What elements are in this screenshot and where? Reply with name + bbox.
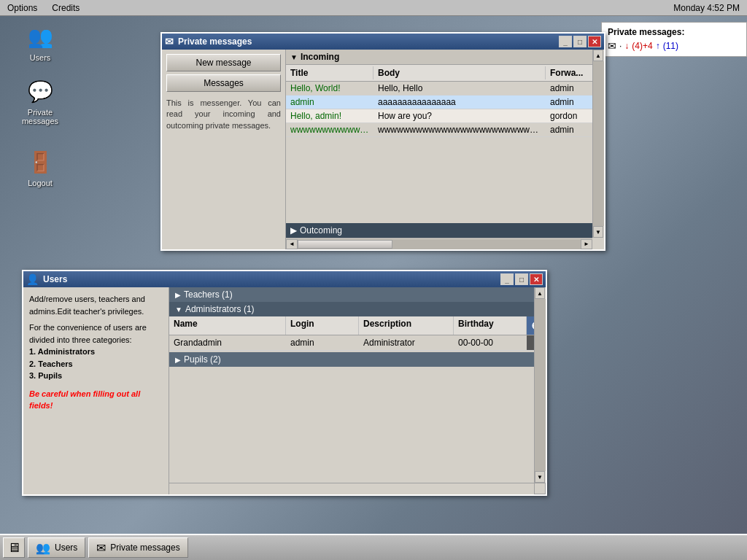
users-category-3: 3. Pupils bbox=[29, 370, 163, 382]
teachers-label: Teachers (1) bbox=[184, 289, 233, 300]
msg-body: How are you? bbox=[374, 109, 546, 122]
users-title-text: Users bbox=[43, 274, 500, 284]
users-categories-intro: For the convenience of users are divided… bbox=[29, 322, 163, 346]
pm-title-icon: ✉ bbox=[165, 36, 174, 47]
desktop-icon-users[interactable]: 👥 Users bbox=[15, 22, 66, 62]
new-message-button[interactable]: New message bbox=[166, 54, 281, 71]
user-birthday: 00-00-00 bbox=[454, 335, 527, 350]
msg-table-header: Title Body Forwa... bbox=[286, 65, 604, 82]
hscroll-thumb[interactable] bbox=[298, 240, 392, 249]
desktop-icon-logout[interactable]: 🚪 Logout bbox=[15, 147, 66, 187]
taskbar-users-label: Users bbox=[55, 542, 77, 553]
msg-title: admin bbox=[286, 96, 374, 109]
users-hscrollbar[interactable] bbox=[169, 483, 546, 494]
admins-label: Administrators (1) bbox=[185, 304, 255, 314]
user-login: admin bbox=[286, 335, 359, 350]
pm-main: ▼ Incoming Title Body Forwa... Hello, Wo… bbox=[286, 50, 604, 249]
outcoming-label: Outcoming bbox=[300, 225, 342, 236]
col-body: Body bbox=[374, 66, 546, 79]
users-vscroll-up[interactable]: ▲ bbox=[535, 287, 545, 299]
users-close-btn[interactable]: ✕ bbox=[530, 273, 543, 285]
users-icon: 👥 bbox=[26, 22, 55, 51]
users-vscroll-track bbox=[535, 299, 546, 471]
private-messages-icon: 💬 bbox=[26, 77, 55, 106]
menubar: Options Credits Monday 4:52 PM bbox=[0, 0, 747, 16]
users-titlebar[interactable]: 👤 Users _ □ ✕ bbox=[23, 271, 546, 287]
pm-panel-info: ✉ · ↓ (4)+4 ↑ (11) bbox=[608, 40, 740, 52]
msg-body: aaaaaaaaaaaaaaaa bbox=[374, 96, 546, 109]
users-category-1: 1. Administrators bbox=[29, 346, 163, 358]
pm-hscrollbar[interactable]: ◄ ► bbox=[286, 238, 592, 249]
users-title-icon: 👤 bbox=[26, 273, 39, 285]
menu-options[interactable]: Options bbox=[0, 1, 44, 15]
pm-sidebar: New message Messages This is messenger. … bbox=[162, 50, 286, 249]
taskbar-pm-btn[interactable]: ✉ Private messages bbox=[88, 537, 187, 558]
messages-button[interactable]: Messages bbox=[166, 74, 281, 92]
incoming-section-header[interactable]: ▼ Incoming bbox=[286, 50, 604, 65]
users-category-2: 2. Teachers bbox=[29, 358, 163, 370]
table-row[interactable]: admin aaaaaaaaaaaaaaaa admin bbox=[286, 96, 604, 109]
clock: Monday 4:52 PM bbox=[673, 3, 747, 13]
start-button[interactable]: 🖥 bbox=[3, 537, 25, 558]
envelope-icon: ✉ bbox=[608, 40, 616, 52]
users-minimize-btn[interactable]: _ bbox=[500, 273, 514, 285]
pm-notification-panel: Private messages: ✉ · ↓ (4)+4 ↑ (11) bbox=[601, 22, 747, 57]
pm-vscrollbar[interactable]: ▲ ▼ bbox=[592, 50, 604, 238]
users-vscrollbar[interactable]: ▲ ▼ bbox=[534, 287, 546, 483]
pm-content: New message Messages This is messenger. … bbox=[162, 50, 604, 249]
hscroll-left-btn[interactable]: ◄ bbox=[286, 239, 298, 249]
pm-maximize-btn[interactable]: □ bbox=[573, 36, 587, 47]
table-row[interactable]: wwwwwwwwwwwww wwwwwwwwwwwwwwwwwwwwwwwwww… bbox=[286, 123, 604, 137]
pupils-label: Pupils (2) bbox=[184, 354, 221, 365]
taskbar-pm-label: Private messages bbox=[110, 542, 179, 553]
users-scroll-corner bbox=[534, 483, 546, 494]
vscroll-up-btn[interactable]: ▲ bbox=[593, 50, 603, 61]
user-name: Grandadmin bbox=[169, 335, 286, 350]
col-login: Login bbox=[286, 316, 359, 335]
pm-titlebar[interactable]: ✉ Private messages _ □ ✕ bbox=[162, 34, 604, 50]
users-table-header: Name Login Description Birthday ⊕ bbox=[169, 316, 546, 335]
pupils-section-header[interactable]: ▶ Pupils (2) bbox=[169, 352, 546, 367]
desktop-icon-private-messages[interactable]: 💬 Privatemessages bbox=[15, 77, 66, 125]
vscroll-track bbox=[593, 61, 604, 226]
col-description: Description bbox=[359, 316, 454, 335]
pm-down-arrow: ↓ bbox=[624, 41, 629, 51]
taskbar: 🖥 👥 Users ✉ Private messages bbox=[0, 534, 747, 560]
table-row[interactable]: Grandadmin admin Administrator 00-00-00 … bbox=[169, 335, 546, 351]
users-content: Add/remove users, teachers and admins.Ed… bbox=[23, 287, 546, 494]
private-messages-label: Privatemessages bbox=[22, 108, 58, 125]
teachers-arrow: ▶ bbox=[175, 291, 181, 299]
users-maximize-btn[interactable]: □ bbox=[515, 273, 528, 285]
users-sidebar-text: Add/remove users, teachers and admins.Ed… bbox=[29, 293, 163, 317]
hscroll-track bbox=[298, 239, 581, 249]
col-title: Title bbox=[286, 66, 374, 79]
pm-panel-title: Private messages: bbox=[608, 27, 740, 37]
users-main: ▶ Teachers (1) ▼ Administrators (1) Name… bbox=[169, 287, 546, 494]
outcoming-section-header[interactable]: ▶ Outcoming bbox=[286, 223, 592, 238]
pm-window-controls: _ □ ✕ bbox=[559, 36, 601, 47]
taskbar-pm-icon: ✉ bbox=[96, 541, 106, 555]
users-sidebar: Add/remove users, teachers and admins.Ed… bbox=[23, 287, 169, 494]
table-row[interactable]: Hello, World! Hello, Hello admin bbox=[286, 82, 604, 96]
admins-section-header[interactable]: ▼ Administrators (1) bbox=[169, 302, 546, 316]
hscroll-right-btn[interactable]: ► bbox=[581, 239, 592, 249]
pm-minimize-btn[interactable]: _ bbox=[559, 36, 572, 47]
pm-count-up: (11) bbox=[663, 41, 678, 51]
vscroll-down-btn[interactable]: ▼ bbox=[593, 226, 603, 238]
pupils-arrow: ▶ bbox=[175, 356, 181, 364]
pm-sidebar-text: This is messenger. You can read your inc… bbox=[166, 98, 281, 131]
teachers-section-header[interactable]: ▶ Teachers (1) bbox=[169, 287, 546, 302]
msg-title: Hello, admin! bbox=[286, 109, 374, 122]
msg-body: Hello, Hello bbox=[374, 82, 546, 95]
taskbar-users-icon: 👥 bbox=[36, 541, 50, 555]
menu-credits[interactable]: Credits bbox=[44, 1, 87, 15]
table-row[interactable]: Hello, admin! How are you? gordon bbox=[286, 109, 604, 123]
pm-separator: · bbox=[619, 41, 622, 51]
pm-count-down: (4)+4 bbox=[632, 41, 652, 51]
col-birthday: Birthday bbox=[454, 316, 527, 335]
incoming-arrow: ▼ bbox=[290, 53, 298, 61]
taskbar-users-btn[interactable]: 👥 Users bbox=[28, 537, 85, 558]
users-label: Users bbox=[30, 53, 51, 62]
pm-close-btn[interactable]: ✕ bbox=[588, 36, 601, 47]
users-vscroll-down[interactable]: ▼ bbox=[535, 471, 545, 483]
